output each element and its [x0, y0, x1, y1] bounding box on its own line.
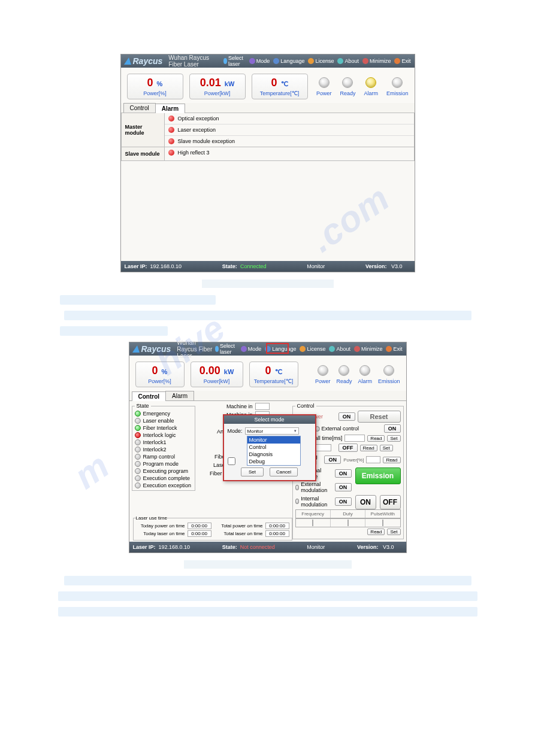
mode-menu[interactable]: Mode	[241, 346, 262, 352]
select-laser-menu[interactable]: Select laser	[215, 343, 237, 355]
power-kw-gauge: 0.01kW Power[kW]	[189, 74, 246, 99]
tabs: Control Alarm	[121, 103, 415, 113]
set-button[interactable]: Set	[380, 445, 393, 451]
tab-control[interactable]: Control	[123, 103, 156, 113]
machine-value	[255, 403, 270, 410]
alarm-dot-icon	[168, 150, 174, 156]
read-button[interactable]: Read	[367, 435, 385, 442]
mode-select[interactable]: Monitor▾	[245, 427, 299, 435]
slave-module-label: Slave module	[122, 147, 165, 160]
top-panel: 0% Power[%] 0.00kW Power[kW] 0℃ Temperat…	[129, 356, 406, 391]
laser-ip: 192.168.0.10	[150, 263, 182, 269]
titlebar: Raycus Wuhan Raycus Fiber Laser Select l…	[121, 54, 415, 68]
ready-indicator: Ready	[336, 365, 352, 384]
alarm-dot-icon	[168, 116, 174, 122]
external-mod-on-button[interactable]: ON	[335, 483, 352, 491]
state-item: Interlock1	[135, 439, 192, 445]
tab-alarm[interactable]: Alarm	[165, 391, 194, 400]
text-placeholder	[64, 311, 471, 320]
language-menu[interactable]: Language	[265, 346, 296, 352]
select-mode-dialog: Select mode Mode: Monitor▾ Monitor Contr…	[223, 414, 316, 481]
exit-menu[interactable]: Exit	[394, 58, 410, 64]
off-button[interactable]: OFF	[338, 444, 358, 452]
read-button[interactable]: Read	[367, 529, 385, 535]
mode-option-debug[interactable]: Debug	[247, 458, 300, 465]
about-menu[interactable]: About	[337, 58, 359, 64]
main-power-on-button[interactable]: ON	[338, 412, 355, 421]
modal-checkbox[interactable]	[228, 457, 235, 465]
laser-ip: 192.168.0.10	[159, 544, 191, 550]
titlebar: Raycus Wuhan Raycus Fiber Laser Select l…	[129, 342, 406, 356]
statusbar: Laser IP: 192.168.0.10 State: Not connec…	[129, 542, 406, 552]
state-item: Fiber Interlock	[135, 425, 192, 431]
fall-time-input[interactable]	[344, 435, 365, 442]
freq-input[interactable]	[312, 520, 313, 526]
text-placeholder	[60, 326, 168, 336]
language-menu[interactable]: Language	[273, 58, 304, 64]
led-icon	[135, 454, 141, 460]
led-icon	[135, 432, 141, 438]
duty-input[interactable]	[347, 520, 349, 526]
license-menu[interactable]: License	[300, 346, 325, 352]
ready-indicator: Ready	[340, 77, 355, 96]
text-placeholder	[60, 295, 216, 305]
emission-button[interactable]: Emission	[355, 467, 401, 484]
mode-option-diagnosis[interactable]: Diagnosis	[247, 451, 300, 458]
set-button[interactable]: Set	[387, 529, 400, 535]
text-placeholder	[58, 591, 477, 601]
statusbar: Laser IP: 192.168.0.10 State: Connected …	[121, 261, 415, 272]
power-pct-gauge: 0% Power[%]	[127, 74, 183, 99]
param-inputs	[295, 518, 401, 527]
alarm-indicator: Alarm	[358, 365, 372, 384]
select-laser-menu[interactable]: Select laser	[223, 55, 246, 67]
reset-button[interactable]: Reset	[358, 411, 401, 423]
mode-option-control[interactable]: Control	[247, 444, 300, 451]
top-panel: 0% Power[%] 0.01kW Power[kW] 0℃ Temperat…	[121, 68, 415, 103]
text-placeholder	[58, 607, 477, 617]
emit-off-button[interactable]: OFF	[380, 495, 401, 509]
analog-on-button[interactable]: ON	[324, 456, 341, 464]
license-menu[interactable]: License	[308, 58, 334, 64]
monitor-label: Monitor	[307, 263, 325, 269]
monitor-label: Monitor	[307, 544, 325, 550]
dialog-set-button[interactable]: Set	[241, 467, 264, 476]
mode-option-monitor[interactable]: Monitor	[247, 436, 300, 444]
led-icon	[135, 447, 141, 453]
internal-mod-on-button[interactable]: ON	[335, 497, 352, 506]
led-icon	[135, 482, 141, 488]
tab-alarm[interactable]: Alarm	[155, 104, 185, 113]
temperature-gauge: 0℃ Temperature[℃]	[249, 362, 298, 387]
read-button[interactable]: Read	[360, 445, 377, 451]
state-item: Executing program	[135, 468, 192, 474]
version-value: V3.0	[391, 263, 403, 269]
tab-control[interactable]: Control	[132, 391, 167, 401]
caption-placeholder	[202, 280, 334, 288]
power-pct-input[interactable]	[366, 456, 380, 463]
dialog-cancel-button[interactable]: Cancel	[270, 467, 298, 476]
emit-on-button[interactable]: ON	[355, 495, 376, 509]
minimize-menu[interactable]: Minimize	[362, 58, 391, 64]
power-indicator: Power	[316, 77, 332, 96]
app-title: Wuhan Raycus Fiber Laser	[168, 54, 223, 68]
logo: Raycus	[133, 344, 171, 354]
led-icon	[295, 485, 300, 490]
master-module-row: Master module Optical exception Laser ex…	[121, 113, 415, 147]
led-icon	[135, 461, 141, 467]
pw-input[interactable]	[382, 520, 383, 526]
total-laser-on-value: 0:00:00	[265, 530, 289, 537]
about-menu[interactable]: About	[329, 346, 350, 352]
external-control-on-button[interactable]: ON	[384, 424, 401, 433]
external-enable-on-button[interactable]: ON	[335, 469, 352, 478]
exit-menu[interactable]: Exit	[386, 346, 402, 352]
set-button[interactable]: Set	[387, 435, 400, 442]
led-icon	[295, 499, 300, 504]
state-item: Execution exception	[135, 482, 192, 488]
minimize-menu[interactable]: Minimize	[354, 346, 383, 352]
version-value: V3.0	[383, 544, 394, 550]
total-power-on-value: 0:00:00	[265, 523, 289, 529]
mode-menu[interactable]: Mode	[249, 58, 270, 64]
emission-indicator: Emission	[378, 365, 400, 384]
alarm-cell: Laser exception	[165, 125, 414, 136]
read-button[interactable]: Read	[383, 457, 400, 463]
state-value: Not connected	[240, 544, 275, 550]
